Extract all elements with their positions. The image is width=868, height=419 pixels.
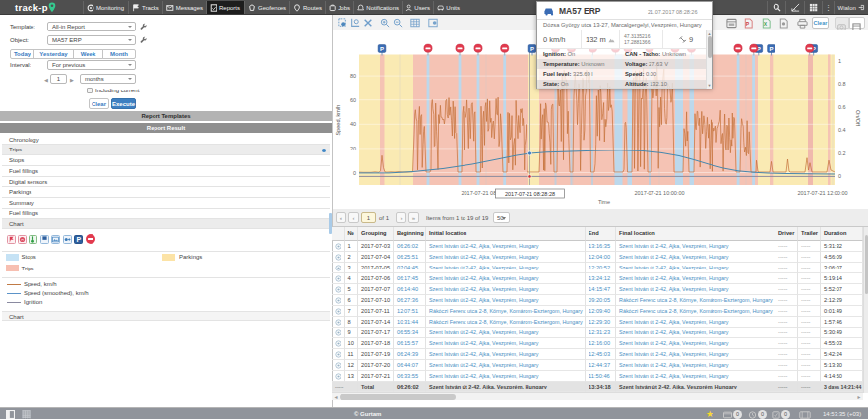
svg-text:0.6: 0.6 [838,104,846,110]
svg-text:Time: Time [598,199,610,205]
svg-text:80: 80 [350,73,356,79]
svg-text:P: P [380,46,384,52]
svg-text:P: P [769,46,773,52]
svg-text:0: 0 [353,170,356,176]
svg-text:60: 60 [350,97,356,103]
svg-text:2017-07-21 10:00:00: 2017-07-21 10:00:00 [634,190,684,196]
svg-text:40: 40 [350,121,356,127]
svg-text:0: 0 [838,173,841,179]
svg-text:20: 20 [350,146,356,151]
svg-text:P: P [746,21,750,27]
svg-text:2017-07-21 08:28:28: 2017-07-21 08:28:28 [505,191,555,197]
svg-text:Speed, km/h: Speed, km/h [335,105,341,136]
svg-text:0.2: 0.2 [838,150,846,156]
svg-text:1: 1 [838,58,841,64]
svg-text:P: P [530,46,534,52]
svg-text:2017-07-21 12:00:00: 2017-07-21 12:00:00 [797,190,847,196]
svg-text:0.4: 0.4 [838,127,846,133]
svg-text:X: X [764,21,768,27]
svg-text:0.8: 0.8 [838,81,846,87]
svg-text:On/Off: On/Off [855,110,861,127]
